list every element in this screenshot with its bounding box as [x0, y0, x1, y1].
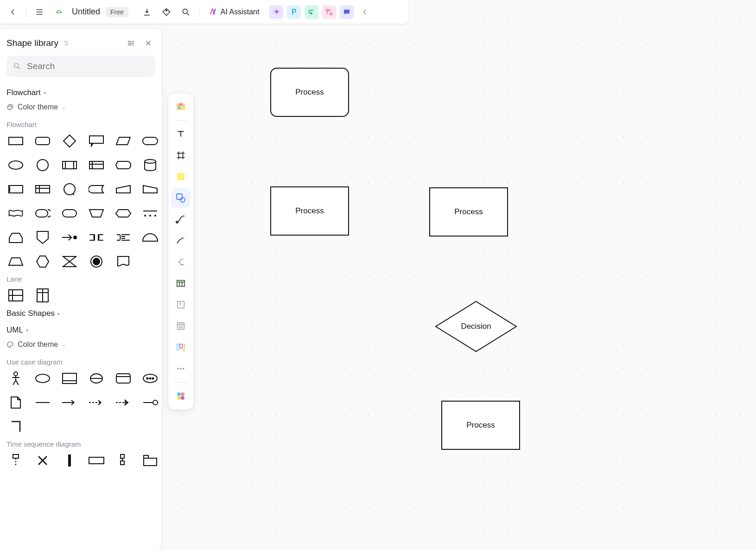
- shape-frame[interactable]: [86, 452, 107, 469]
- shape-manual-input[interactable]: [113, 180, 133, 198]
- shape-rounded[interactable]: [59, 205, 80, 222]
- shape-direct-data[interactable]: [32, 205, 53, 222]
- shape-lane-vertical[interactable]: [32, 287, 53, 304]
- ai-assistant-button[interactable]: AI Assistant: [204, 4, 264, 20]
- ai-chip-image[interactable]: ✦: [269, 5, 283, 19]
- panel-settings-button[interactable]: [124, 36, 138, 50]
- shape-delay-arc[interactable]: [140, 229, 160, 246]
- tool-table[interactable]: [171, 274, 191, 293]
- tool-section[interactable]: [171, 316, 191, 336]
- shape-usecase-ellipse[interactable]: [32, 370, 53, 387]
- shape-summing[interactable]: [59, 253, 80, 270]
- tool-apps[interactable]: [171, 386, 191, 406]
- shape-internal-storage[interactable]: [86, 156, 107, 174]
- shape-lifeline[interactable]: [6, 452, 26, 469]
- back-button[interactable]: [5, 4, 21, 20]
- shape-document[interactable]: [113, 253, 133, 270]
- shape-interface-lollipop[interactable]: [140, 394, 160, 411]
- shape-package[interactable]: [140, 452, 160, 469]
- shape-internal[interactable]: [32, 180, 53, 198]
- panel-scroll[interactable]: Flowchart ▾ Color theme ⌄ Flowchart: [0, 82, 162, 550]
- canvas-node-rect[interactable]: Process: [270, 186, 349, 236]
- shape-card[interactable]: [6, 180, 26, 198]
- shape-diamond[interactable]: [59, 132, 80, 150]
- shape-circle[interactable]: [32, 156, 53, 174]
- shape-manual-op[interactable]: [86, 205, 107, 222]
- shape-hexagon[interactable]: [32, 253, 53, 270]
- shape-cylinder[interactable]: [140, 156, 160, 174]
- shape-connector[interactable]: [59, 180, 80, 198]
- tool-pen[interactable]: [171, 231, 191, 250]
- shape-note[interactable]: [6, 394, 26, 411]
- download-button[interactable]: [139, 4, 155, 20]
- shape-display[interactable]: [113, 156, 133, 174]
- plan-badge[interactable]: Free: [106, 7, 128, 17]
- shape-stored-data[interactable]: [86, 180, 107, 198]
- tool-shapes[interactable]: [171, 188, 191, 208]
- shape-preparation[interactable]: [113, 205, 133, 222]
- shape-lane-horizontal[interactable]: [6, 287, 26, 304]
- shape-activation[interactable]: [59, 452, 80, 469]
- ai-chip-paragraph[interactable]: P: [287, 5, 301, 19]
- shape-subsystem[interactable]: [59, 370, 80, 387]
- canvas-node-diamond[interactable]: Decision: [435, 301, 517, 352]
- sync-status-icon[interactable]: [51, 4, 67, 20]
- shape-line[interactable]: [32, 394, 53, 411]
- menu-button[interactable]: [31, 4, 48, 20]
- shape-dashed-arrow-open[interactable]: [113, 394, 133, 411]
- tool-frame[interactable]: [171, 146, 191, 165]
- canvas-node-rect[interactable]: Process: [441, 401, 520, 450]
- section-uml[interactable]: UML ▾: [5, 321, 157, 338]
- color-theme-button-uml[interactable]: Color theme ⌄: [5, 338, 157, 353]
- tool-text[interactable]: [171, 124, 191, 144]
- search-field[interactable]: [6, 56, 155, 77]
- tool-kanban[interactable]: [171, 338, 191, 357]
- tool-more[interactable]: [171, 359, 191, 378]
- ai-chip-connect[interactable]: [305, 5, 318, 19]
- collapse-chips-button[interactable]: [356, 4, 373, 20]
- shape-more-ellipse[interactable]: [140, 370, 160, 387]
- shape-destroy[interactable]: [32, 452, 53, 469]
- shape-tape[interactable]: [6, 205, 26, 222]
- shape-terminator[interactable]: [140, 132, 160, 150]
- shape-off-page[interactable]: [140, 180, 160, 198]
- shape-ellipsis[interactable]: [140, 205, 160, 222]
- shape-predef-process[interactable]: [59, 156, 80, 174]
- shape-dashed-arrow[interactable]: [86, 394, 107, 411]
- shape-parallelogram[interactable]: [113, 132, 133, 150]
- ai-chip-chat[interactable]: [340, 5, 354, 19]
- canvas-node-rect[interactable]: Process: [429, 187, 508, 237]
- shape-container[interactable]: [113, 370, 133, 387]
- tool-mindmap[interactable]: [171, 252, 191, 272]
- shape-extract[interactable]: [113, 229, 133, 246]
- shape-collate[interactable]: [86, 229, 107, 246]
- color-theme-button[interactable]: Color theme ⌄: [5, 100, 157, 116]
- tag-button[interactable]: [158, 4, 175, 20]
- shape-corner[interactable]: [6, 418, 26, 435]
- shape-rect[interactable]: [6, 132, 26, 150]
- section-basic-shapes[interactable]: Basic Shapes ▸: [5, 304, 157, 321]
- panel-close-button[interactable]: [141, 36, 155, 50]
- tool-sticky[interactable]: [171, 167, 191, 186]
- shape-boundary[interactable]: [86, 370, 107, 387]
- shape-combined[interactable]: [113, 452, 133, 469]
- shape-shield[interactable]: [32, 229, 53, 246]
- shape-arrow[interactable]: [59, 394, 80, 411]
- tool-templates[interactable]: [171, 97, 191, 116]
- search-input[interactable]: [26, 61, 149, 72]
- shape-merge-right[interactable]: [59, 229, 80, 246]
- shape-round-rect[interactable]: [32, 132, 53, 150]
- tool-connector[interactable]: [171, 210, 191, 229]
- section-flowchart[interactable]: Flowchart ▾: [5, 83, 157, 100]
- shape-trapezoid[interactable]: [6, 253, 26, 270]
- shape-loop-limit[interactable]: [6, 229, 26, 246]
- shape-ellipse[interactable]: [6, 156, 26, 174]
- ai-chip-flow[interactable]: [322, 5, 336, 19]
- canvas-node-terminator[interactable]: Process: [270, 68, 349, 117]
- tool-textbox[interactable]: T: [171, 295, 191, 314]
- shape-double-circle[interactable]: [86, 253, 107, 270]
- shape-actor[interactable]: [6, 370, 26, 387]
- search-button[interactable]: [178, 4, 194, 20]
- shape-callout[interactable]: [86, 132, 107, 150]
- document-title[interactable]: Untitled: [70, 7, 102, 17]
